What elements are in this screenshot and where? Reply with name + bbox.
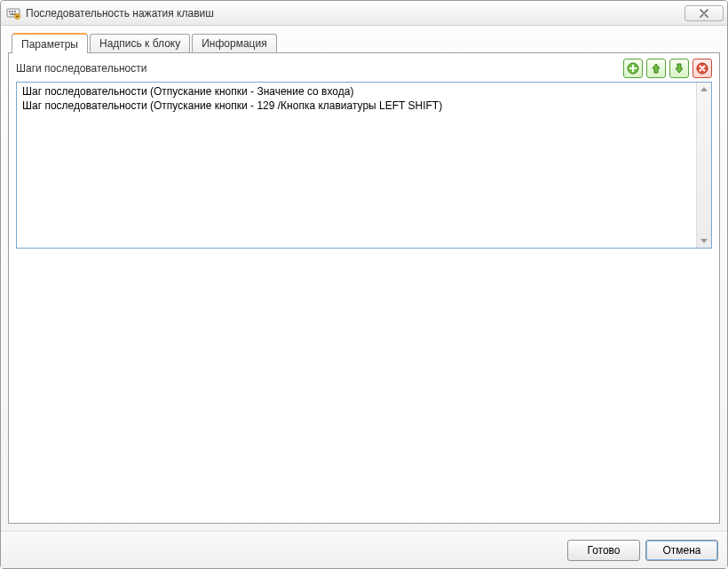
add-step-button[interactable] (623, 59, 643, 78)
window-close-button[interactable] (684, 5, 724, 21)
list-item[interactable]: Шаг последовательности (Отпускание кнопк… (20, 99, 692, 113)
tab-label: Информация (202, 37, 266, 50)
tab-label: Надпись к блоку (99, 37, 180, 50)
move-up-button[interactable] (646, 59, 666, 78)
panel-spacer (16, 249, 712, 516)
window-title: Последовательность нажатия клавиш (26, 7, 684, 20)
add-icon (627, 62, 639, 75)
list-label: Шаги последовательности (16, 62, 623, 75)
steps-list[interactable]: Шаг последовательности (Отпускание кнопк… (16, 82, 712, 249)
close-icon (699, 9, 709, 18)
svg-rect-1 (9, 11, 11, 12)
svg-rect-2 (12, 11, 13, 12)
ok-button[interactable]: Готово (567, 540, 640, 561)
list-header: Шаги последовательности (16, 59, 712, 78)
tab-block-caption[interactable]: Надпись к блоку (90, 34, 190, 52)
svg-rect-3 (14, 11, 16, 12)
tab-strip: Параметры Надпись к блоку Информация (8, 31, 720, 52)
tab-parameters[interactable]: Параметры (12, 34, 88, 53)
dialog-footer: Готово Отмена (1, 531, 727, 568)
tab-info[interactable]: Информация (192, 34, 276, 52)
dialog-window: Последовательность нажатия клавиш Параме… (0, 0, 728, 569)
app-icon (6, 6, 20, 20)
arrow-up-icon (650, 62, 662, 75)
delete-step-button[interactable] (692, 59, 712, 78)
move-down-button[interactable] (669, 59, 689, 78)
dialog-body: Параметры Надпись к блоку Информация Шаг… (1, 26, 727, 531)
tab-panel-parameters: Шаги последовательности (8, 52, 720, 524)
title-bar: Последовательность нажатия клавиш (1, 1, 727, 26)
delete-icon (696, 62, 708, 75)
list-toolbar (623, 59, 712, 78)
tab-label: Параметры (21, 38, 78, 51)
button-label: Отмена (662, 544, 700, 557)
arrow-down-icon (673, 62, 685, 75)
scrollbar-vertical[interactable] (696, 83, 711, 248)
list-item[interactable]: Шаг последовательности (Отпускание кнопк… (20, 84, 692, 99)
cancel-button[interactable]: Отмена (645, 540, 718, 561)
button-label: Готово (587, 544, 620, 557)
steps-list-content: Шаг последовательности (Отпускание кнопк… (17, 83, 696, 115)
